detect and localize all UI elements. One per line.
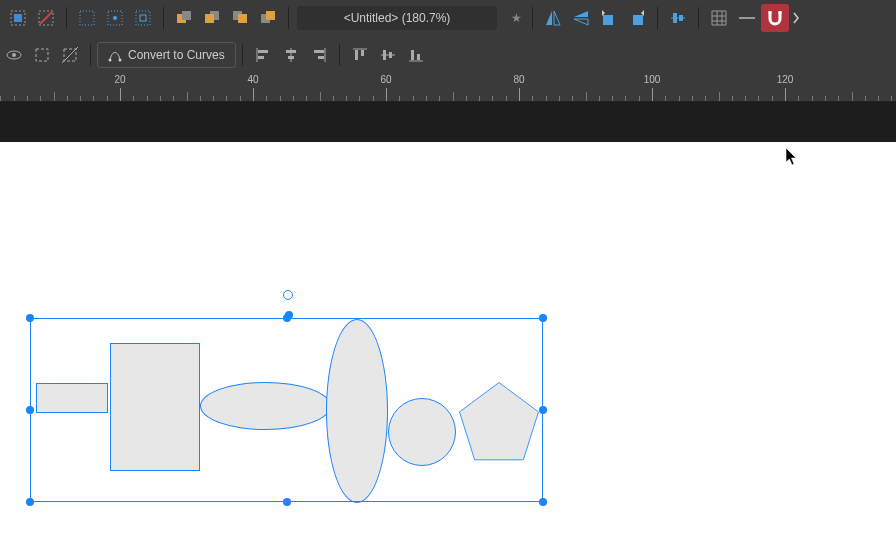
ruler-tick	[426, 96, 427, 102]
ruler-tick	[226, 96, 227, 102]
svg-point-34	[109, 59, 112, 62]
move-back-button[interactable]	[170, 4, 198, 32]
horizontal-ruler[interactable]: 20406080100120	[0, 74, 896, 102]
svg-rect-28	[779, 11, 782, 14]
svg-rect-27	[769, 11, 772, 14]
svg-line-3	[40, 12, 52, 24]
ruler-tick	[399, 96, 400, 102]
separator	[339, 44, 340, 66]
separator	[66, 7, 67, 29]
flip-vertical-button[interactable]	[567, 4, 595, 32]
align-panel-button[interactable]	[664, 4, 692, 32]
svg-marker-18	[554, 11, 560, 25]
ruler-tick	[692, 96, 693, 102]
flip-horizontal-button[interactable]	[539, 4, 567, 32]
ruler-tick	[586, 92, 587, 102]
selection-handle[interactable]	[539, 314, 547, 322]
svg-marker-19	[574, 11, 588, 17]
selection-handle[interactable]	[539, 498, 547, 506]
overlap4-icon	[259, 9, 277, 27]
svg-rect-1	[14, 14, 22, 22]
separator	[242, 44, 243, 66]
move-forward-button[interactable]	[226, 4, 254, 32]
curves-icon	[108, 48, 122, 62]
ruler-tick	[373, 96, 374, 102]
convert-to-curves-button[interactable]: Convert to Curves	[97, 42, 236, 68]
zoom-bar-button[interactable]	[733, 4, 761, 32]
tb-group-halign	[245, 36, 337, 74]
flip-vertical-icon	[572, 9, 590, 27]
ruler-tick	[705, 96, 706, 102]
show-hide-button[interactable]	[0, 41, 28, 69]
selection-handle[interactable]	[26, 498, 34, 506]
ruler-tick	[559, 96, 560, 102]
separator	[657, 7, 658, 29]
svg-rect-10	[182, 11, 191, 20]
ruler-tick	[679, 96, 680, 102]
svg-rect-37	[258, 50, 268, 53]
rotate-cw-button[interactable]	[623, 4, 651, 32]
selection-handle[interactable]	[539, 406, 547, 414]
separator	[698, 7, 699, 29]
ruler-tick	[67, 96, 68, 102]
svg-marker-20	[574, 19, 588, 25]
ruler-tick	[612, 96, 613, 102]
rotation-anchor[interactable]	[285, 311, 293, 319]
svg-rect-7	[136, 11, 150, 25]
ruler-tick	[865, 96, 866, 102]
svg-rect-50	[389, 52, 392, 58]
snap-magnet-icon	[766, 9, 784, 27]
document-title[interactable]: <Untitled> (180.7%)	[297, 6, 497, 30]
valign-bottom-button[interactable]	[402, 41, 430, 69]
tb-group-marquee	[69, 0, 161, 36]
ruler-tick	[306, 96, 307, 102]
marquee2-button[interactable]	[101, 4, 129, 32]
cursor-icon	[786, 148, 798, 166]
rotate-ccw-button[interactable]	[595, 4, 623, 32]
selection-bounding-box[interactable]	[30, 318, 543, 502]
ruler-tick	[852, 92, 853, 102]
tb-group-convert: Convert to Curves	[93, 36, 240, 74]
selection-handle[interactable]	[283, 498, 291, 506]
ruler-inner: 20406080100120	[0, 74, 896, 101]
ruler-tick	[293, 96, 294, 102]
modified-indicator: ★	[511, 11, 522, 25]
deselect-button[interactable]	[32, 4, 60, 32]
valign-top-button[interactable]	[346, 41, 374, 69]
align-center-button[interactable]	[277, 41, 305, 69]
zoom-bar-icon	[738, 14, 756, 22]
ruler-tick	[812, 96, 813, 102]
crop2-button[interactable]	[56, 41, 84, 69]
grid-button[interactable]	[705, 4, 733, 32]
move-front-button[interactable]	[254, 4, 282, 32]
tb-group-selection	[0, 0, 64, 36]
svg-marker-17	[546, 11, 552, 25]
ruler-tick	[439, 96, 440, 102]
ruler-tick	[413, 96, 414, 102]
ruler-tick	[359, 96, 360, 102]
valign-middle-button[interactable]	[374, 41, 402, 69]
ruler-tick	[838, 96, 839, 102]
select-similar-button[interactable]	[4, 4, 32, 32]
align-center-icon	[282, 46, 300, 64]
ruler-tick	[466, 96, 467, 102]
grid-icon	[710, 9, 728, 27]
crop1-button[interactable]	[28, 41, 56, 69]
snap-button[interactable]	[761, 4, 789, 32]
ruler-tick	[665, 96, 666, 102]
marquee3-button[interactable]	[129, 4, 157, 32]
selection-handle[interactable]	[26, 314, 34, 322]
deselect-icon	[37, 9, 55, 27]
crop1-icon	[33, 46, 51, 64]
canvas[interactable]	[0, 142, 896, 545]
separator	[532, 7, 533, 29]
align-left-button[interactable]	[249, 41, 277, 69]
ruler-tick	[639, 96, 640, 102]
selection-handle[interactable]	[26, 406, 34, 414]
rotation-handle[interactable]	[283, 290, 293, 300]
ruler-tick	[878, 96, 879, 102]
align-right-button[interactable]	[305, 41, 333, 69]
marquee1-button[interactable]	[73, 4, 101, 32]
move-backward-button[interactable]	[198, 4, 226, 32]
more-button[interactable]	[789, 4, 803, 32]
